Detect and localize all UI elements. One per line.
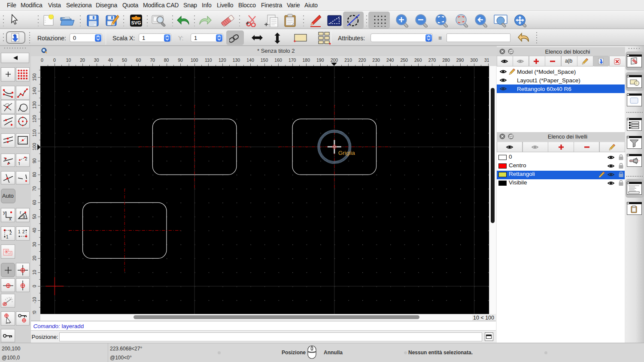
svg-text:1: 1 [6,235,9,239]
svg-text:2: 2 [25,157,27,161]
svg-text:Griglia: Griglia [338,150,355,156]
svg-text:1: 1 [18,229,21,234]
svg-text:x: x [9,216,12,220]
svg-text:1: 1 [18,162,21,165]
svg-text:2: 2 [22,229,25,234]
svg-text:y: y [3,210,6,215]
svg-text:a: a [23,214,25,219]
svg-text:2: 2 [9,231,12,235]
svg-text:r: r [20,210,21,215]
svg-text:SVG: SVG [131,20,141,25]
